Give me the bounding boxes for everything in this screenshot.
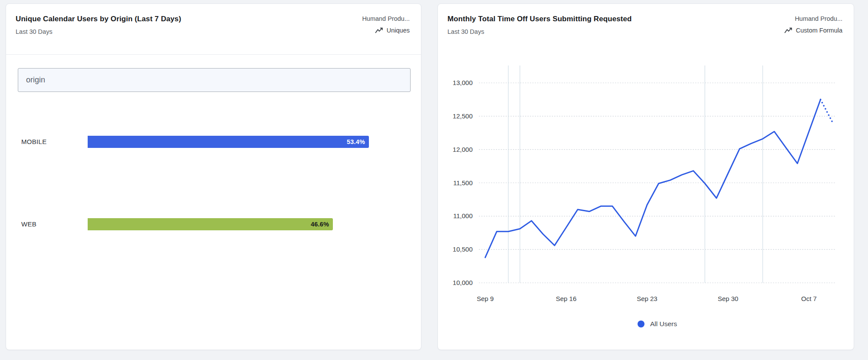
bar-row-mobile: MOBILE53.4% xyxy=(6,136,421,148)
bar-category-label: WEB xyxy=(21,218,36,230)
y-tick-label: 10,500 xyxy=(453,245,473,253)
dashboard: Unique Calendar Users by Origin (Last 7 … xyxy=(0,0,868,360)
y-tick-label: 12,500 xyxy=(453,112,473,120)
legend-label[interactable]: All Users xyxy=(650,320,677,328)
x-tick-label: Sep 23 xyxy=(637,295,658,302)
origin-bar-chart: MOBILE53.4%WEB46.6% xyxy=(6,4,421,350)
card-monthly-time-off: Monthly Total Time Off Users Submitting … xyxy=(437,3,854,350)
card-unique-calendar-users: Unique Calendar Users by Origin (Last 7 … xyxy=(6,3,421,350)
y-tick-label: 11,000 xyxy=(453,212,473,219)
y-tick-label: 12,000 xyxy=(453,146,473,153)
series-line-projected-dotted xyxy=(821,99,832,121)
time-off-line-chart: 10,00010,50011,00011,50012,00012,50013,0… xyxy=(438,4,855,350)
y-tick-label: 11,500 xyxy=(453,179,473,187)
x-tick-label: Oct 7 xyxy=(801,295,817,302)
chart-legend: All Users xyxy=(479,320,835,328)
y-tick-label: 13,000 xyxy=(453,79,473,86)
legend-dot[interactable] xyxy=(638,321,644,327)
bar-value-label: 53.4% xyxy=(347,136,365,148)
bar-web[interactable]: 46.6% xyxy=(88,218,333,230)
series-line-solid xyxy=(485,99,821,257)
x-tick-label: Sep 9 xyxy=(477,295,493,302)
bar-category-label: MOBILE xyxy=(21,136,46,148)
bar-row-web: WEB46.6% xyxy=(6,218,421,230)
bar-mobile[interactable]: 53.4% xyxy=(88,136,369,148)
y-tick-label: 10,000 xyxy=(453,279,473,286)
x-tick-label: Sep 16 xyxy=(556,295,577,302)
bar-value-label: 46.6% xyxy=(311,218,329,230)
x-tick-label: Sep 30 xyxy=(718,295,739,302)
